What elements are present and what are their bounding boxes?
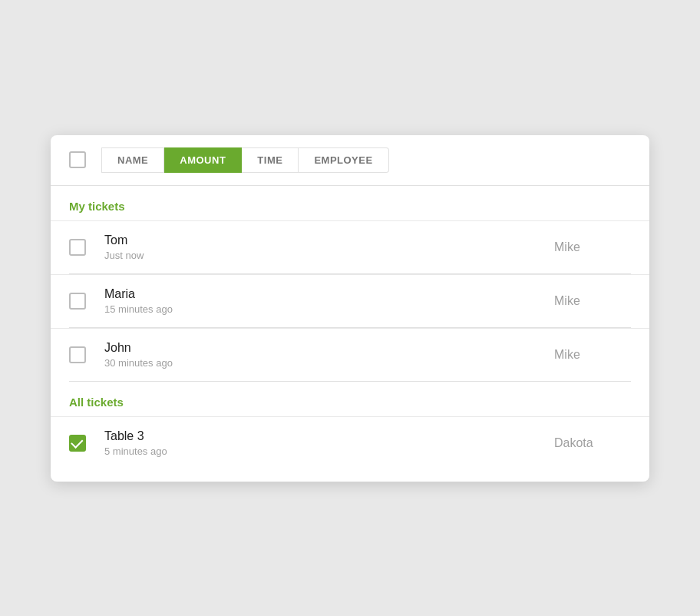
ticket-name-tom: Tom: [104, 233, 554, 247]
ticket-time-maria: 15 minutes ago: [104, 303, 554, 315]
tab-time[interactable]: TIME: [242, 147, 299, 173]
checkbox-maria[interactable]: [69, 293, 86, 310]
checkbox-tom[interactable]: [69, 239, 86, 256]
ticket-row-john: John 30 minutes ago Mike: [51, 328, 649, 381]
ticket-employee-john: Mike: [554, 348, 631, 362]
ticket-time-tom: Just now: [104, 250, 554, 261]
ticket-info-tom: Tom Just now: [104, 233, 554, 261]
ticket-time-table3: 5 minutes ago: [104, 445, 554, 457]
tickets-card: NAME AMOUNT TIME EMPLOYEE My tickets Tom…: [51, 135, 649, 482]
ticket-row-maria: Maria 15 minutes ago Mike: [51, 274, 649, 327]
ticket-info-table3: Table 3 5 minutes ago: [104, 429, 554, 457]
checkbox-table3[interactable]: [69, 435, 86, 452]
ticket-name-table3: Table 3: [104, 429, 554, 443]
ticket-info-maria: Maria 15 minutes ago: [104, 287, 554, 315]
bottom-spacer: [51, 469, 649, 482]
tab-bar: NAME AMOUNT TIME EMPLOYEE: [51, 135, 649, 186]
ticket-name-john: John: [104, 341, 554, 355]
section-my-tickets-label: My tickets: [51, 186, 649, 220]
select-all-checkbox[interactable]: [69, 151, 86, 168]
ticket-row-tom: Tom Just now Mike: [51, 220, 649, 273]
ticket-row-table3: Table 3 5 minutes ago Dakota: [51, 416, 649, 469]
ticket-employee-maria: Mike: [554, 294, 631, 308]
tab-employee[interactable]: EMPLOYEE: [299, 147, 388, 173]
tab-name[interactable]: NAME: [101, 147, 164, 173]
ticket-employee-table3: Dakota: [554, 436, 631, 450]
ticket-time-john: 30 minutes ago: [104, 357, 554, 369]
ticket-employee-tom: Mike: [554, 240, 631, 254]
checkbox-john[interactable]: [69, 346, 86, 363]
tab-amount[interactable]: AMOUNT: [164, 147, 242, 173]
ticket-name-maria: Maria: [104, 287, 554, 301]
section-all-tickets-label: All tickets: [51, 382, 649, 416]
ticket-info-john: John 30 minutes ago: [104, 341, 554, 369]
